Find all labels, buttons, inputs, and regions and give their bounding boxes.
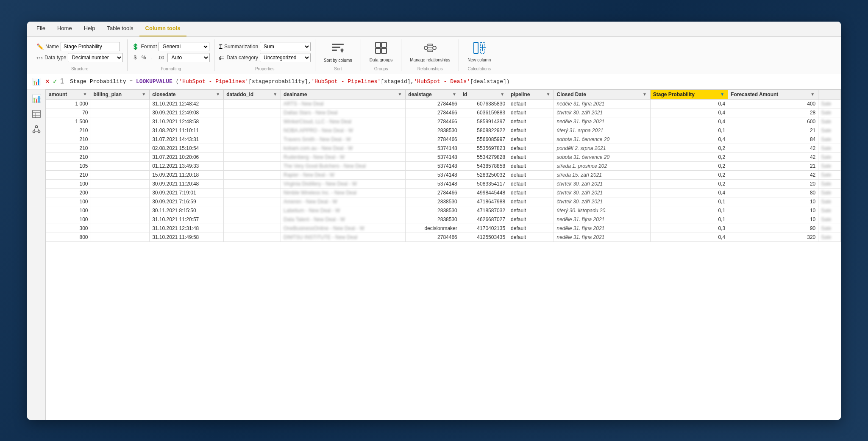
manage-relationships-button[interactable]: Manage relationships <box>406 39 454 64</box>
table-cell: Dallas Stars - New Deal <box>281 108 406 117</box>
table-cell: Sale <box>818 179 841 188</box>
table-row: 20030.09.2021 7:19:01Nimble Wireless Inc… <box>46 188 841 197</box>
table-cell: 4125503435 <box>460 233 508 241</box>
filter-dataddo-id[interactable]: ▼ <box>272 92 278 97</box>
table-cell: 0,4 <box>650 188 728 197</box>
table-cell: 0,4 <box>650 117 728 126</box>
table-row: 21002.08.2021 15:10:54kobam.com.au - New… <box>46 144 841 153</box>
filter-billing-plan[interactable]: ▼ <box>141 92 147 97</box>
summarization-select[interactable]: Sum <box>260 42 311 51</box>
filter-dealname[interactable]: ▼ <box>397 92 403 97</box>
table-cell: 21 <box>728 126 818 135</box>
col-header-stage-probability[interactable]: Stage Probability ▼ <box>650 89 728 99</box>
tab-table-tools[interactable]: Table tools <box>101 22 139 36</box>
svg-rect-12 <box>428 50 433 52</box>
col-header-closedate[interactable]: closedate ▼ <box>150 89 224 99</box>
groups-group-label: Groups <box>365 66 397 71</box>
table-cell: 1 000 <box>46 99 91 108</box>
data-table: amount ▼ billing_plan ▼ <box>46 89 841 242</box>
table-row: 10501.12.2021 13:49:33The Very Good Butc… <box>46 161 841 170</box>
col-header-pipeline[interactable]: pipeline ▼ <box>508 89 554 99</box>
table-row: 10031.10.2021 11:20:57Data Talent - New … <box>46 215 841 224</box>
col-header-forecasted-amount[interactable]: Forecasted Amount ▼ <box>728 89 818 99</box>
comma-symbol[interactable]: , <box>150 54 154 61</box>
table-cell <box>224 179 281 188</box>
table-cell <box>224 108 281 117</box>
sidebar-model-icon[interactable] <box>30 122 43 136</box>
percent-symbol[interactable]: % <box>140 54 148 61</box>
table-row: 21031.08.2021 11:10:11NOBA.APPRO - New D… <box>46 126 841 135</box>
col-header-dataddo-id[interactable]: dataddo_id ▼ <box>224 89 281 99</box>
table-cell: 0,2 <box>650 161 728 170</box>
table-cell: default <box>508 170 554 179</box>
col-header-closed-date[interactable]: Closed Date ▼ <box>554 89 650 99</box>
table-cell <box>91 233 150 241</box>
ribbon-tabs: File Home Help Table tools Column tools <box>27 22 841 37</box>
table-cell: pondělí 2. srpna 2021 <box>554 144 650 153</box>
table-cell: WinkerCloud, LLC - New Deal <box>281 117 406 126</box>
table-cell: 2784466 <box>406 135 460 144</box>
ribbon-group-properties: Σ Summarization Sum 🏷 Data category Unca… <box>214 39 315 71</box>
table-cell: Virginia Distillery - New Deal - W <box>281 179 406 188</box>
table-cell: 10 <box>728 206 818 215</box>
filter-dealstage[interactable]: ▼ <box>451 92 457 97</box>
table-cell: Sale <box>818 224 841 233</box>
table-cell: 20 <box>728 179 818 188</box>
format-label: Format <box>141 44 157 50</box>
confirm-formula-button[interactable]: ✓ <box>53 78 58 85</box>
format-row: $ % , .00 Auto <box>132 53 210 62</box>
table-cell <box>224 117 281 126</box>
filter-id[interactable]: ▼ <box>499 92 505 97</box>
sort-icon <box>331 41 345 57</box>
datatype-select[interactable]: Decimal number <box>68 53 123 62</box>
col-header-id[interactable]: id ▼ <box>460 89 508 99</box>
table-cell: 70 <box>46 108 91 117</box>
svg-rect-0 <box>332 44 344 45</box>
tab-home[interactable]: Home <box>51 22 78 36</box>
table-cell: 5283250032 <box>460 170 508 179</box>
table-area[interactable]: amount ▼ billing_plan ▼ <box>46 89 841 420</box>
sidebar-table-icon[interactable] <box>30 107 43 121</box>
tab-file[interactable]: File <box>31 22 51 36</box>
sidebar-chart-icon[interactable]: 📊 <box>30 92 43 105</box>
format-select[interactable]: General <box>159 42 209 51</box>
filter-amount[interactable]: ▼ <box>82 92 88 97</box>
main-area: 📊 <box>27 89 841 420</box>
table-row: 10030.09.2021 11:20:48Virginia Distiller… <box>46 179 841 188</box>
filter-stage-probability[interactable]: ▼ <box>719 92 725 97</box>
col-header-dealstage[interactable]: dealstage ▼ <box>406 89 460 99</box>
formatting-group-content: 💲 Format General $ % , .00 Auto <box>132 39 210 65</box>
data-groups-label: Data groups <box>370 58 392 63</box>
filter-forecasted-amount[interactable]: ▼ <box>810 92 815 97</box>
new-column-button[interactable]: New column <box>463 39 495 64</box>
filter-closed-date[interactable]: ▼ <box>642 92 648 97</box>
col-header-billing-plan[interactable]: billing_plan ▼ <box>91 89 150 99</box>
filter-pipeline[interactable]: ▼ <box>545 92 551 97</box>
datacategory-select[interactable]: Uncategorized <box>260 53 311 62</box>
manage-relationships-icon <box>423 41 437 57</box>
cancel-formula-button[interactable]: ✕ <box>45 78 50 85</box>
currency-symbol[interactable]: $ <box>132 54 138 61</box>
tab-column-tools[interactable]: Column tools <box>139 22 186 36</box>
sort-by-column-button[interactable]: Sort by column <box>320 39 356 65</box>
data-groups-button[interactable]: Data groups <box>365 39 397 64</box>
left-sidebar: 📊 <box>27 89 46 420</box>
svg-rect-11 <box>428 44 433 46</box>
table-cell: 5374148 <box>406 153 460 161</box>
manage-relationships-label: Manage relationships <box>410 58 450 63</box>
name-input[interactable] <box>61 42 120 51</box>
decimal-symbol[interactable]: .00 <box>156 55 166 61</box>
tab-help[interactable]: Help <box>78 22 101 36</box>
auto-select[interactable]: Auto <box>167 53 210 62</box>
table-cell: 5438578858 <box>460 161 508 170</box>
col-header-dealname[interactable]: dealname ▼ <box>281 89 406 99</box>
formula-content[interactable]: Stage Probability = LOOKUPVALUE ('HubSpo… <box>70 78 837 85</box>
table-cell: 2784466 <box>406 117 460 126</box>
table-cell: 4998445448 <box>460 188 508 197</box>
col-header-amount[interactable]: amount ▼ <box>46 89 91 99</box>
table-cell: 5808822922 <box>460 126 508 135</box>
svg-point-22 <box>35 125 37 128</box>
table-cell: Sale <box>818 135 841 144</box>
table-cell: Sale <box>818 206 841 215</box>
filter-closedate[interactable]: ▼ <box>215 92 221 97</box>
